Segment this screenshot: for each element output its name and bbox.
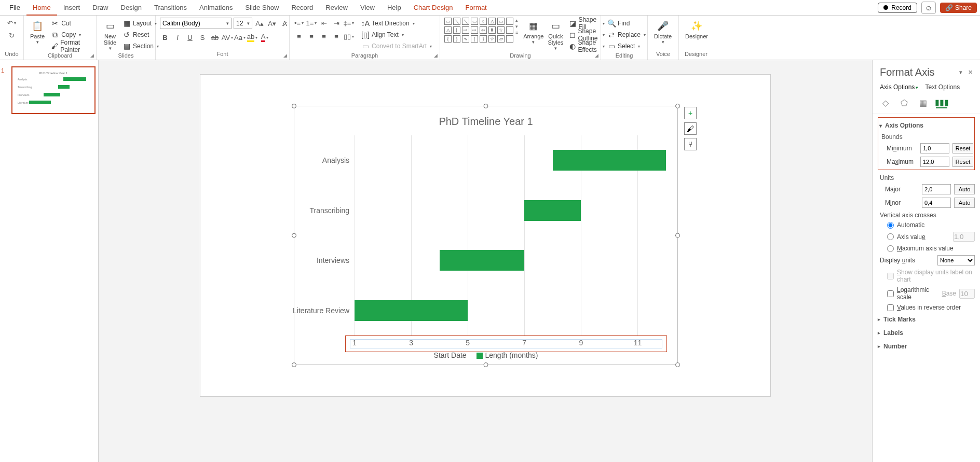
tab-insert[interactable]: Insert — [57, 0, 87, 16]
select-button[interactable]: ▭Select — [605, 40, 642, 52]
align-left-button[interactable]: ≡ — [294, 31, 304, 41]
underline-button[interactable]: U — [185, 32, 195, 43]
tab-slideshow[interactable]: Slide Show — [239, 0, 285, 16]
format-painter-button[interactable]: 🖌Format Painter — [49, 40, 92, 52]
char-spacing-button[interactable]: AV — [222, 32, 233, 43]
italic-button[interactable]: I — [172, 32, 183, 43]
share-button[interactable]: 🔗Share — [940, 3, 977, 13]
strike-button[interactable]: ab — [210, 32, 220, 43]
redo-button[interactable]: ↻ — [7, 30, 17, 40]
section-tick-marks[interactable]: ▸Tick Marks — [878, 313, 975, 326]
x-tick-label[interactable]: 9 — [579, 339, 583, 347]
resize-handle[interactable] — [292, 362, 296, 367]
pane-tab-text-options[interactable]: Text Options — [925, 83, 960, 91]
tab-record[interactable]: Record — [285, 0, 319, 16]
paragraph-launcher[interactable]: ◢ — [432, 52, 439, 59]
bounds-min-input[interactable] — [920, 143, 949, 153]
undo-button[interactable]: ↶ — [7, 18, 17, 28]
data-bar[interactable] — [355, 300, 468, 321]
resize-handle[interactable] — [675, 233, 680, 238]
cut-button[interactable]: ✂Cut — [49, 18, 92, 29]
pane-icon-size[interactable]: ▦ — [917, 97, 929, 108]
pane-tab-axis-options[interactable]: Axis Options▾ — [880, 83, 918, 91]
data-bar[interactable] — [553, 150, 666, 171]
align-center-button[interactable]: ≡ — [306, 31, 317, 41]
text-direction-button[interactable]: ↕AText Direction — [359, 18, 434, 29]
section-number[interactable]: ▸Number — [878, 340, 975, 353]
chart-elements-button[interactable]: + — [684, 107, 697, 119]
convert-smartart-button[interactable]: ▭Convert to SmartArt — [359, 40, 434, 52]
x-tick-label[interactable]: 5 — [466, 339, 470, 347]
tab-help[interactable]: Help — [381, 0, 407, 16]
bold-button[interactable]: B — [160, 32, 170, 43]
tab-design[interactable]: Design — [115, 0, 148, 16]
columns-button[interactable]: ▯▯ — [344, 31, 354, 41]
pane-icon-fill[interactable]: ◇ — [880, 97, 891, 108]
category-label[interactable]: Literature Review — [287, 306, 349, 315]
reverse-order-check[interactable] — [887, 304, 894, 311]
section-axis-options[interactable]: ▾Axis Options — [879, 120, 973, 131]
pane-dropdown-button[interactable]: ▾ — [956, 69, 965, 76]
bounds-max-input[interactable] — [920, 157, 949, 167]
chart-legend[interactable]: Start Date Length (months) — [294, 351, 677, 359]
tab-review[interactable]: Review — [319, 0, 354, 16]
shrink-font-button[interactable]: A▾ — [267, 18, 277, 29]
data-bar[interactable] — [524, 200, 581, 221]
legend-entry-length[interactable]: Length (months) — [485, 351, 538, 359]
chart-object[interactable]: PhD Timeline Year 1 AnalysisTranscribing… — [294, 106, 678, 365]
drawing-launcher[interactable]: ◢ — [593, 52, 600, 59]
x-tick-label[interactable]: 11 — [634, 339, 642, 347]
slide[interactable]: PhD Timeline Year 1 AnalysisTranscribing… — [200, 75, 770, 396]
resize-handle[interactable] — [484, 362, 488, 367]
horizontal-axis-selection[interactable] — [345, 335, 667, 352]
dictate-button[interactable]: 🎤Dictate▾ — [652, 18, 674, 46]
category-label[interactable]: Transcribing — [287, 206, 349, 215]
grow-font-button[interactable]: A▴ — [254, 18, 265, 29]
units-minor-auto[interactable]: Auto — [954, 198, 975, 208]
tab-view[interactable]: View — [354, 0, 381, 16]
layout-button[interactable]: ▦Layout — [120, 18, 161, 29]
x-tick-label[interactable]: 3 — [409, 339, 413, 347]
arrange-button[interactable]: ▦Arrange▾ — [521, 18, 546, 46]
chart-styles-button[interactable]: 🖌 — [684, 122, 697, 135]
paste-button[interactable]: 📋 Paste ▾ — [28, 18, 47, 46]
bounds-min-reset[interactable]: Reset — [952, 143, 973, 153]
highlight-button[interactable]: ab — [247, 32, 257, 43]
shadow-button[interactable]: S — [197, 32, 208, 43]
units-major-auto[interactable]: Auto — [954, 184, 975, 194]
font-size-combo[interactable]: 12▾ — [234, 18, 252, 29]
pane-close-button[interactable]: ✕ — [965, 69, 975, 76]
units-major-input[interactable] — [922, 184, 951, 194]
slide-canvas[interactable]: PhD Timeline Year 1 AnalysisTranscribing… — [99, 60, 872, 462]
align-justify-button[interactable]: ≡ — [331, 31, 342, 41]
align-right-button[interactable]: ≡ — [319, 31, 329, 41]
chart-title[interactable]: PhD Timeline Year 1 — [294, 106, 677, 128]
tab-home[interactable]: Home — [26, 0, 57, 16]
section-button[interactable]: ▤Section — [120, 40, 161, 52]
record-button[interactable]: Record — [878, 3, 917, 13]
category-label[interactable]: Analysis — [287, 156, 349, 164]
numbering-button[interactable]: 1≡ — [306, 18, 317, 28]
pane-icon-axis[interactable]: ▮▮▮ — [936, 97, 947, 108]
cross-value-radio[interactable] — [887, 233, 894, 240]
inc-indent-button[interactable]: ⇥ — [331, 18, 342, 28]
tab-draw[interactable]: Draw — [86, 0, 114, 16]
resize-handle[interactable] — [675, 362, 680, 367]
align-text-button[interactable]: [▯]Align Text — [359, 29, 434, 40]
font-name-combo[interactable]: Calibri (Body)▾ — [160, 18, 232, 29]
bullets-button[interactable]: •≡ — [294, 18, 304, 28]
replace-button[interactable]: ⇄Replace — [605, 29, 648, 40]
font-color-button[interactable]: A — [260, 32, 270, 43]
tab-animations[interactable]: Animations — [193, 0, 239, 16]
find-button[interactable]: 🔍Find — [605, 18, 632, 29]
chart-plot-area[interactable]: AnalysisTranscribingInterviewsLiterature… — [355, 135, 666, 335]
resize-handle[interactable] — [292, 104, 296, 108]
tab-chart-design[interactable]: Chart Design — [407, 0, 459, 16]
legend-entry-start[interactable]: Start Date — [434, 351, 467, 359]
tab-transitions[interactable]: Transitions — [148, 0, 193, 16]
quick-styles-button[interactable]: ▭Quick Styles▾ — [546, 18, 565, 52]
tab-format[interactable]: Format — [459, 0, 493, 16]
x-tick-label[interactable]: 1 — [352, 339, 357, 347]
data-bar[interactable] — [440, 250, 525, 271]
section-labels[interactable]: ▸Labels — [878, 326, 975, 340]
